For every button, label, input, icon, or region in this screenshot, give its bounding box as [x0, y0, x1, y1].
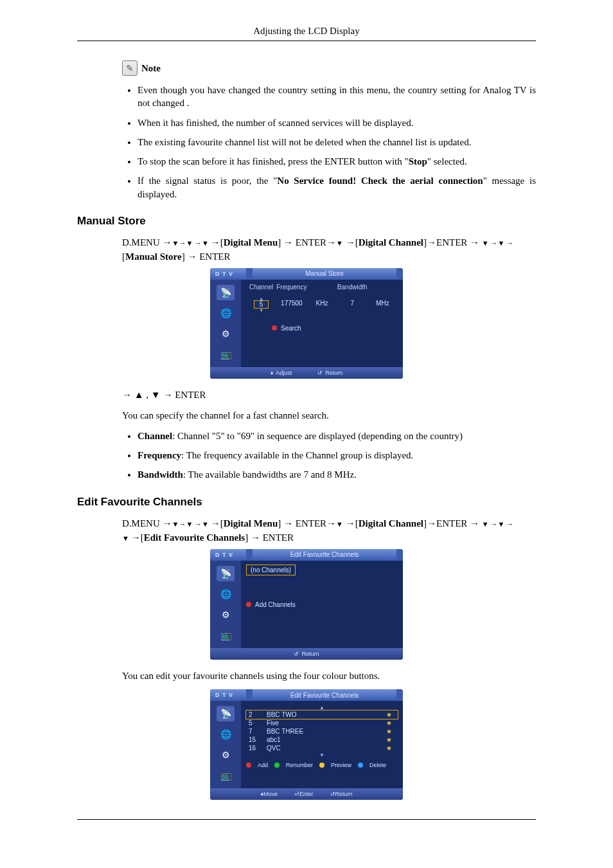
foot-return: Return [335, 791, 353, 797]
return-icon: ↺ [294, 651, 299, 657]
channel-spinner[interactable]: ▲ 5 ▼ [254, 297, 269, 312]
down-arrow-icon: ▼ →▼ → [482, 520, 513, 528]
globe-icon[interactable]: 🌐 [217, 586, 235, 602]
chan-name: QVC [264, 744, 384, 752]
green-dot-icon[interactable] [274, 763, 280, 768]
globe-icon[interactable]: 🌐 [217, 305, 235, 321]
nav-text: →[ [211, 518, 224, 529]
chan-num: 5 [246, 719, 264, 727]
chan-name: abc1 [264, 736, 384, 744]
return-icon: ↺ [317, 370, 323, 376]
chan-num: 15 [246, 736, 264, 744]
osd-sidebar: 📡 🌐 ⚙ 📺 [210, 280, 241, 367]
remote-icon[interactable]: 📺 [217, 628, 235, 643]
action-renumber[interactable]: Renumber [286, 762, 313, 768]
red-dot-icon[interactable] [246, 763, 251, 768]
bandwidth-value: 7 [337, 300, 368, 307]
nav-digital-menu: Digital Menu [224, 237, 278, 248]
item-label: Channel [138, 431, 172, 441]
yellow-dot-icon[interactable] [319, 763, 324, 768]
star-icon: ★ [384, 727, 398, 736]
item-text: : Channel "5" to "69" in sequence are di… [172, 431, 463, 441]
blue-dot-icon[interactable] [358, 763, 363, 768]
nav-text: D.MENU → [122, 237, 172, 248]
remote-icon[interactable]: 📺 [217, 768, 235, 783]
action-delete[interactable]: Delete [369, 762, 386, 768]
list-item: Channel: Channel "5" to "69" in sequence… [138, 429, 536, 442]
channel-row[interactable]: 5 Five ★ [246, 719, 398, 727]
updown-icon: ♦ [271, 370, 274, 376]
nav-text: D.MENU → [122, 518, 172, 529]
star-icon: ★ [384, 710, 398, 719]
up-arrow-icon[interactable]: ▲ [246, 705, 398, 710]
action-preview[interactable]: Preview [331, 762, 351, 768]
antenna-icon[interactable]: 📡 [217, 706, 235, 721]
nav-text: →[ [211, 237, 224, 248]
page-header: Adjusting the LCD Display [77, 26, 536, 37]
globe-icon[interactable]: 🌐 [217, 727, 235, 742]
antenna-icon[interactable]: 📡 [217, 566, 235, 581]
bandwidth-unit: MHz [368, 300, 398, 307]
down-arrow-icon: ▼ [336, 239, 343, 247]
red-dot-icon[interactable] [246, 602, 251, 607]
osd-sidebar: 📡 🌐 ⚙ 📺 [210, 701, 241, 788]
action-add[interactable]: Add [258, 762, 268, 768]
nav-digital-channel: Digital Channel [359, 237, 423, 248]
note-list: Even though you have changed the country… [122, 84, 536, 201]
star-icon: ★ [384, 744, 398, 752]
osd-dtv-tab: D T V [210, 692, 246, 698]
search-label[interactable]: Search [281, 325, 301, 332]
channel-value: 5 [254, 300, 269, 309]
osd-sidebar: 📡 🌐 ⚙ 📺 [210, 561, 241, 648]
gear-icon[interactable]: ⚙ [217, 607, 235, 622]
nav-text: →[ [131, 532, 144, 543]
edit-fav-osd-list: D T V Edit Favourite Channels 📡 🌐 ⚙ 📺 ▲ [210, 689, 403, 800]
frequency-value: 177500 [276, 300, 306, 307]
edit-fav-desc: You can edit your favourite channels usi… [122, 669, 536, 683]
nav-manual-store: Manual Store [125, 251, 182, 262]
note-item: To stop the scan before it has finished,… [138, 155, 536, 168]
chan-name: BBC TWO [264, 710, 384, 719]
bold-stop: Stop [409, 156, 427, 167]
antenna-icon[interactable]: 📡 [217, 285, 235, 300]
down-arrow-icon[interactable]: ▼ [259, 309, 263, 312]
col-channel: Channel [246, 284, 276, 291]
remote-icon[interactable]: 📺 [217, 347, 235, 362]
note-item: When it has finished, the number of scan… [138, 116, 536, 129]
gear-icon[interactable]: ⚙ [217, 747, 235, 763]
edit-fav-heading: Edit Favourite Channels [77, 496, 536, 509]
osd-title: Edit Favourite Channels [253, 692, 396, 699]
nav-text: ]→ENTER → [423, 518, 482, 529]
col-bandwidth: Bandwidth [337, 284, 368, 291]
manual-store-desc: You can specify the channel for a fast c… [122, 408, 536, 423]
down-arrow-icon[interactable]: ▼ [246, 752, 398, 758]
manual-store-heading: Manual Store [77, 215, 536, 228]
channel-row[interactable]: 16 QVC ★ [246, 744, 398, 752]
star-icon: ★ [384, 736, 398, 744]
note-icon: ✎ [122, 60, 138, 76]
channel-row[interactable]: 2 BBC TWO ★ [246, 710, 398, 719]
list-item: Frequency: The frequency available in th… [138, 449, 536, 462]
item-label: Bandwidth [138, 469, 183, 480]
add-channels-label[interactable]: Add Channels [255, 601, 296, 608]
gear-icon[interactable]: ⚙ [217, 326, 235, 341]
edit-fav-osd-empty: D T V Edit Favourite Channels 📡 🌐 ⚙ 📺 (n… [210, 549, 403, 660]
no-channels-box: (no Channels) [246, 565, 296, 575]
foot-return: Return [301, 651, 319, 657]
note-item: The existing favourite channel list will… [138, 136, 536, 149]
down-arrow-icon: ▼→▼ →▼ [172, 239, 211, 247]
channel-row[interactable]: 15 abc1 ★ [246, 736, 398, 744]
chan-name: BBC THREE [264, 727, 384, 736]
note-item: Even though you have changed the country… [138, 84, 536, 110]
footer-rule [77, 819, 536, 820]
down-arrow-icon: ▼ [122, 534, 131, 542]
nav-text: ]→ENTER → [423, 237, 482, 248]
item-label: Frequency [138, 450, 181, 460]
return-icon: ↺ [330, 791, 335, 797]
red-dot-icon[interactable] [272, 325, 277, 330]
foot-enter: Enter [299, 791, 314, 797]
enter-icon: ⏎ [294, 791, 299, 797]
channel-row[interactable]: 7 BBC THREE ★ [246, 727, 398, 736]
foot-return: Return [325, 370, 342, 376]
foot-adjust: Adjust [276, 370, 292, 376]
